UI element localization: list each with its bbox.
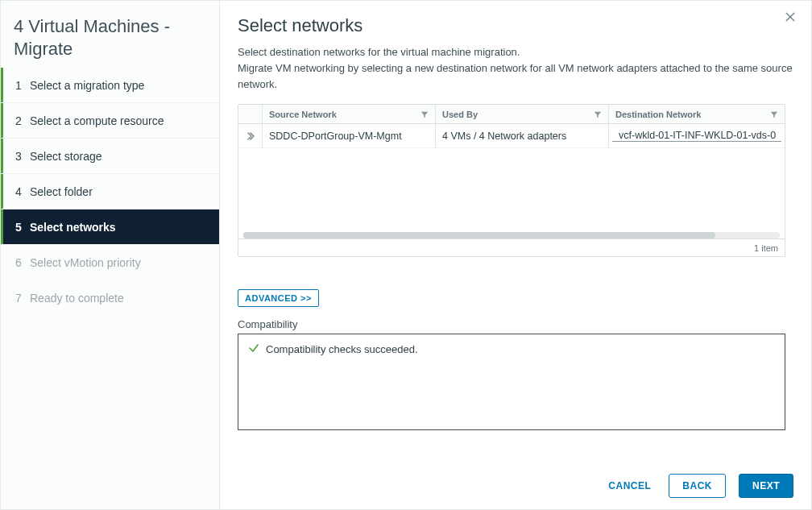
filter-icon[interactable] [594, 110, 602, 118]
close-icon[interactable] [784, 10, 800, 27]
step-migration-type[interactable]: 1 Select a migration type [1, 68, 219, 103]
step-number: 2 [15, 114, 30, 127]
step-number: 5 [15, 221, 30, 234]
scrollbar-thumb[interactable] [243, 232, 715, 238]
wizard-steps: 1 Select a migration type 2 Select a com… [1, 68, 219, 316]
migrate-wizard: 4 Virtual Machines - Migrate 1 Select a … [0, 0, 812, 510]
next-button[interactable]: NEXT [739, 474, 793, 498]
wizard-sidebar: 4 Virtual Machines - Migrate 1 Select a … [1, 1, 220, 509]
step-label: Select networks [30, 221, 116, 234]
compatibility-heading: Compatibility [238, 318, 793, 330]
step-number: 6 [15, 256, 30, 269]
column-used-by[interactable]: Used By [436, 105, 609, 123]
cell-used-by: 4 VMs / 4 Network adapters [436, 124, 609, 147]
table-body: SDDC-DPortGroup-VM-Mgmt 4 VMs / 4 Networ… [238, 124, 785, 238]
column-source-network[interactable]: Source Network [263, 105, 436, 123]
step-folder[interactable]: 4 Select folder [1, 174, 219, 209]
horizontal-scrollbar[interactable] [243, 232, 780, 238]
step-number: 7 [15, 292, 30, 305]
page-description: Select destination networks for the virt… [238, 44, 793, 93]
row-count: 1 item [754, 243, 778, 253]
step-label: Select storage [30, 150, 102, 163]
networks-table: Source Network Used By Destination Netwo… [238, 104, 785, 257]
step-label: Select a compute resource [30, 114, 164, 127]
wizard-content: Select networks Select destination netwo… [220, 1, 811, 509]
step-label: Select vMotion priority [30, 256, 141, 269]
compatibility-message: Compatibility checks succeeded. [266, 343, 418, 355]
page-title: Select networks [238, 15, 793, 36]
step-label: Ready to complete [30, 292, 124, 305]
step-label: Select folder [30, 185, 93, 198]
step-number: 3 [15, 150, 30, 163]
step-label: Select a migration type [30, 79, 144, 92]
advanced-button[interactable]: ADVANCED >> [238, 289, 319, 307]
step-vmotion-priority: 6 Select vMotion priority [1, 245, 219, 280]
step-storage[interactable]: 3 Select storage [1, 139, 219, 174]
column-label: Source Network [269, 110, 337, 119]
destination-network-select[interactable]: vcf-wkld-01-IT-INF-WKLD-01-vds-0 [612, 130, 781, 142]
filter-icon[interactable] [770, 110, 778, 118]
cancel-button[interactable]: CANCEL [603, 479, 656, 492]
table-row[interactable]: SDDC-DPortGroup-VM-Mgmt 4 VMs / 4 Networ… [238, 124, 785, 148]
step-number: 4 [15, 185, 30, 198]
back-button[interactable]: BACK [669, 474, 726, 498]
desc-line-1: Select destination networks for the virt… [238, 46, 520, 58]
compatibility-status: Compatibility checks succeeded. [248, 342, 775, 356]
column-label: Used By [442, 110, 478, 119]
cell-source-network: SDDC-DPortGroup-VM-Mgmt [263, 124, 436, 147]
wizard-title: 4 Virtual Machines - Migrate [1, 1, 219, 68]
table-footer: 1 item [238, 238, 785, 256]
column-label: Destination Network [615, 110, 701, 119]
step-compute-resource[interactable]: 2 Select a compute resource [1, 103, 219, 139]
step-ready-complete: 7 Ready to complete [1, 280, 219, 316]
expand-row-icon[interactable] [238, 124, 263, 147]
step-networks[interactable]: 5 Select networks [1, 209, 219, 245]
wizard-footer: CANCEL BACK NEXT [603, 474, 793, 498]
column-destination-network[interactable]: Destination Network [609, 105, 785, 123]
table-header: Source Network Used By Destination Netwo… [238, 105, 785, 124]
desc-line-2: Migrate VM networking by selecting a new… [238, 62, 793, 90]
checkmark-icon [248, 342, 259, 356]
expand-column [238, 105, 263, 123]
step-number: 1 [15, 79, 30, 92]
compatibility-panel: Compatibility checks succeeded. [238, 334, 785, 430]
filter-icon[interactable] [420, 110, 429, 118]
